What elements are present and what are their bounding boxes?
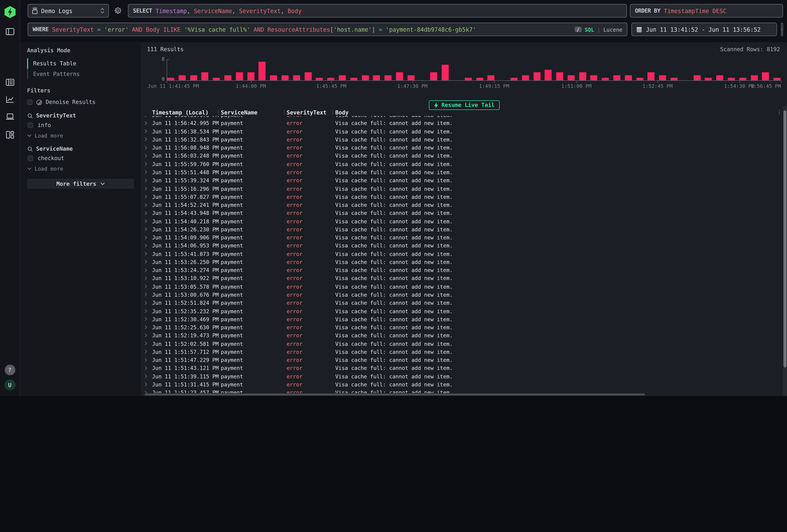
help-button[interactable]: ?: [4, 364, 15, 376]
expand-chevron-icon[interactable]: [145, 145, 152, 150]
log-row[interactable]: Jun 11 1:52:02.581 PMpaymenterrorVisa ca…: [142, 340, 783, 348]
log-row[interactable]: Jun 11 1:51:43.121 PMpaymenterrorVisa ca…: [142, 364, 783, 372]
denoise-results-toggle[interactable]: Denoise Results: [27, 99, 134, 105]
column-resize-handle[interactable]: ⋮: [330, 109, 335, 115]
expand-chevron-icon[interactable]: [145, 325, 152, 329]
log-row[interactable]: Jun 11 1:54:26.230 PMpaymenterrorVisa ca…: [142, 225, 783, 233]
filter-field-search[interactable]: SeverityText: [27, 112, 134, 119]
expand-chevron-icon[interactable]: [145, 382, 152, 387]
expand-chevron-icon[interactable]: [145, 203, 152, 207]
expand-chevron-icon[interactable]: [145, 235, 152, 240]
log-row[interactable]: Jun 11 1:55:59.760 PMpaymenterrorVisa ca…: [142, 160, 783, 168]
expand-chevron-icon[interactable]: [145, 300, 152, 305]
log-row[interactable]: Jun 11 1:55:07.827 PMpaymenterrorVisa ca…: [142, 192, 783, 201]
log-row[interactable]: Jun 11 1:52:25.630 PMpaymenterrorVisa ca…: [142, 323, 783, 331]
expand-chevron-icon[interactable]: [145, 252, 152, 256]
lucene-mode-option[interactable]: Lucene: [603, 26, 622, 32]
column-header-timestamp[interactable]: Timestamp (Local): [152, 109, 221, 116]
load-more-button[interactable]: Load more: [27, 132, 134, 139]
log-row[interactable]: Jun 11 1:52:51.824 PMpaymenterrorVisa ca…: [142, 299, 783, 307]
log-row[interactable]: Jun 11 1:53:00.676 PMpaymenterrorVisa ca…: [142, 291, 783, 299]
log-row[interactable]: Jun 11 1:53:41.873 PMpaymenterrorVisa ca…: [142, 250, 783, 258]
expand-chevron-icon[interactable]: [145, 227, 152, 232]
source-settings-gear-icon[interactable]: [113, 6, 122, 15]
column-header-servicename[interactable]: ⋮ServiceName: [221, 109, 286, 116]
log-row[interactable]: Jun 11 1:52:35.232 PMpaymenterrorVisa ca…: [142, 307, 783, 315]
expand-chevron-icon[interactable]: [145, 276, 152, 281]
expand-chevron-icon[interactable]: [145, 358, 152, 362]
log-row[interactable]: Jun 11 1:51:39.115 PMpaymenterrorVisa ca…: [142, 372, 783, 380]
column-header-severitytext[interactable]: ⋮SeverityText: [286, 109, 335, 116]
filter-option-checkout[interactable]: checkout: [27, 155, 134, 162]
log-row[interactable]: Jun 11 1:56:08.948 PMpaymenterrorVisa ca…: [142, 144, 783, 152]
select-clause-input[interactable]: SELECT Timestamp, ServiceName, SeverityT…: [128, 4, 627, 18]
horizontal-scrollbar-thumb[interactable]: [145, 393, 645, 396]
sessions-icon[interactable]: [5, 113, 14, 120]
sidebar-toggle-icon[interactable]: [5, 28, 14, 35]
expand-chevron-icon[interactable]: [145, 333, 152, 338]
more-filters-button[interactable]: More filters: [27, 179, 134, 189]
horizontal-scrollbar[interactable]: [142, 393, 783, 396]
log-row[interactable]: Jun 11 1:54:43.948 PMpaymenterrorVisa ca…: [142, 209, 783, 217]
log-row[interactable]: Jun 11 1:54:09.906 PMpaymenterrorVisa ca…: [142, 233, 783, 241]
log-row[interactable]: Jun 11 1:51:23.457 PMpaymenterrorVisa ca…: [142, 388, 783, 393]
expand-chevron-icon[interactable]: [145, 260, 152, 264]
filter-field-search[interactable]: ServiceName: [27, 146, 134, 152]
expand-chevron-icon[interactable]: [145, 211, 152, 215]
checkbox[interactable]: [27, 156, 33, 161]
user-avatar[interactable]: U: [4, 380, 15, 390]
log-row[interactable]: Jun 11 1:53:24.274 PMpaymenterrorVisa ca…: [142, 266, 783, 274]
column-resize-handle[interactable]: ⋮: [282, 109, 286, 115]
where-clause-input[interactable]: WHERE SeverityText = 'error' AND Body IL…: [27, 22, 628, 36]
expand-chevron-icon[interactable]: [145, 341, 152, 346]
expand-chevron-icon[interactable]: [145, 170, 152, 174]
log-row[interactable]: Jun 11 1:56:42.995 PMpaymenterrorVisa ca…: [142, 119, 783, 127]
log-row[interactable]: Jun 11 1:56:03.248 PMpaymenterrorVisa ca…: [142, 152, 783, 160]
expand-chevron-icon[interactable]: [145, 308, 152, 313]
log-row[interactable]: Jun 11 1:54:06.953 PMpaymenterrorVisa ca…: [142, 241, 783, 250]
histogram-bars[interactable]: [167, 59, 781, 80]
log-row[interactable]: Jun 11 1:51:47.229 PMpaymenterrorVisa ca…: [142, 356, 783, 364]
expand-chevron-icon[interactable]: [145, 284, 152, 289]
expand-chevron-icon[interactable]: [145, 349, 152, 354]
expand-chevron-icon[interactable]: [145, 194, 152, 199]
expand-chevron-icon[interactable]: [145, 268, 152, 273]
source-select[interactable]: Demo Logs: [27, 4, 109, 18]
log-row[interactable]: Jun 11 1:51:31.415 PMpaymenterrorVisa ca…: [142, 380, 783, 388]
log-row[interactable]: Jun 11 1:54:40.218 PMpaymenterrorVisa ca…: [142, 217, 783, 225]
expand-chevron-icon[interactable]: [145, 390, 152, 393]
app-logo-icon[interactable]: [4, 6, 15, 18]
expand-chevron-icon[interactable]: [145, 374, 152, 379]
denoise-checkbox[interactable]: [27, 99, 33, 105]
resume-live-tail-button[interactable]: Resume Live Tail: [429, 101, 500, 110]
log-row[interactable]: Jun 11 1:55:16.296 PMpaymenterrorVisa ca…: [142, 185, 783, 193]
sql-mode-option[interactable]: SQL: [584, 26, 594, 32]
chart-explorer-icon[interactable]: [6, 96, 14, 103]
column-resize-handle[interactable]: ⋮: [216, 109, 221, 115]
log-row[interactable]: Jun 11 1:54:52.241 PMpaymenterrorVisa ca…: [142, 201, 783, 209]
expand-chevron-icon[interactable]: [145, 137, 152, 142]
mode-item-results-table[interactable]: Results Table: [27, 58, 134, 69]
log-row[interactable]: Jun 11 1:53:26.250 PMpaymenterrorVisa ca…: [142, 258, 783, 266]
mode-item-event-patterns[interactable]: Event Patterns: [27, 69, 134, 79]
column-header-body[interactable]: ⋮Body⋮: [335, 109, 783, 116]
log-row[interactable]: Jun 11 1:52:30.469 PMpaymenterrorVisa ca…: [142, 315, 783, 323]
log-row[interactable]: Jun 11 1:51:57.712 PMpaymenterrorVisa ca…: [142, 348, 783, 356]
log-row[interactable]: Jun 11 1:53:10.922 PMpaymenterrorVisa ca…: [142, 274, 783, 282]
expand-chevron-icon[interactable]: [145, 186, 152, 191]
expand-chevron-icon[interactable]: [145, 154, 152, 158]
log-row[interactable]: Jun 11 1:55:39.324 PMpaymenterrorVisa ca…: [142, 176, 783, 185]
expand-chevron-icon[interactable]: [145, 292, 152, 297]
log-row[interactable]: Jun 11 1:52:19.473 PMpaymenterrorVisa ca…: [142, 331, 783, 340]
dashboards-icon[interactable]: [6, 131, 14, 139]
expand-chevron-icon[interactable]: [145, 243, 152, 248]
load-more-button[interactable]: Load more: [27, 166, 134, 172]
log-row[interactable]: Jun 11 1:53:05.578 PMpaymenterrorVisa ca…: [142, 282, 783, 291]
expand-chevron-icon[interactable]: [145, 162, 152, 166]
time-range-picker[interactable]: Jun 11 13:41:52 - Jun 11 13:56:52: [631, 22, 777, 36]
checkbox[interactable]: [27, 123, 33, 128]
expand-chevron-icon[interactable]: [145, 219, 152, 224]
filter-option-info[interactable]: info: [27, 122, 134, 128]
expand-chevron-icon[interactable]: [145, 121, 152, 125]
expand-chevron-icon[interactable]: [145, 366, 152, 370]
